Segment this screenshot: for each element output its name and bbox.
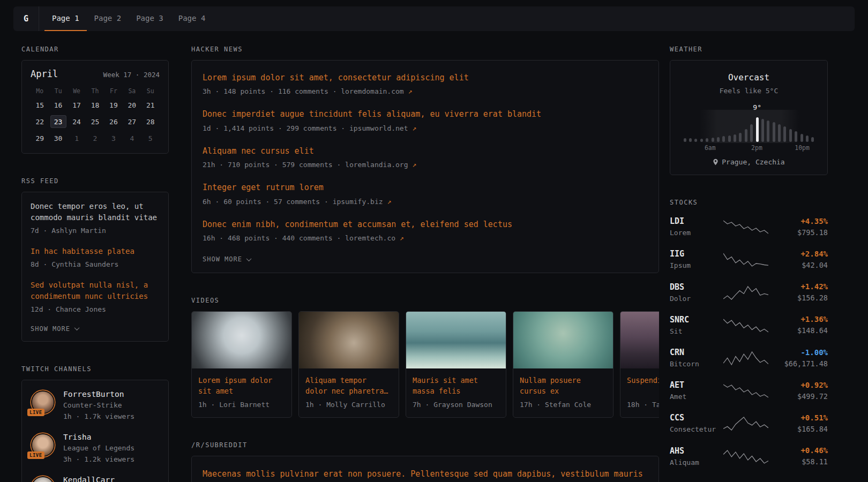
logo[interactable]: G xyxy=(13,6,39,31)
hn-domain-link[interactable]: ipsumify.biz ↗ xyxy=(333,198,392,206)
calendar-day: 20 xyxy=(124,99,140,111)
video-title[interactable]: Nullam posuere cursus ex xyxy=(520,375,607,397)
calendar-day-header: Tu xyxy=(55,87,62,95)
video-thumbnail[interactable] xyxy=(299,312,399,368)
hn-item[interactable]: Integer eget rutrum lorem 6h · 60 points… xyxy=(203,182,648,206)
calendar-day: 29 xyxy=(32,132,48,145)
calendar-day: 30 xyxy=(50,132,66,145)
twitch-section-title: TWITCH CHANNELS xyxy=(21,365,169,373)
stock-row: AET Amet +0.92% $499.72 xyxy=(670,380,828,402)
separator-dot: · xyxy=(136,71,140,79)
hn-domain: ipsumify.biz xyxy=(333,198,383,206)
video-card[interactable]: Mauris sit amet massa felis 7h · Grayson… xyxy=(406,311,506,418)
page-tab[interactable]: Page 4 xyxy=(171,6,213,31)
video-thumbnail[interactable] xyxy=(192,312,291,368)
stock-sparkline xyxy=(723,252,768,268)
stock-identity: LDI Lorem xyxy=(670,216,723,238)
rss-card: Donec tempor eros leo, ut commodo mauris… xyxy=(21,192,169,342)
rss-item-title[interactable]: Sed volutpat nulla nisl, a condimentum n… xyxy=(31,280,160,302)
stock-sparkline xyxy=(723,383,768,399)
hn-meta-text: 6h · 60 points · 57 comments · xyxy=(203,198,333,206)
twitch-channel[interactable]: LIVE KendallCarr xyxy=(31,476,160,482)
video-card[interactable]: Nullam posuere cursus ex 17h · Stefan Co… xyxy=(513,311,613,418)
hn-item-title[interactable]: Integer eget rutrum lorem xyxy=(203,182,648,193)
calendar-day-header: Su xyxy=(147,87,154,95)
stock-sparkline xyxy=(723,350,768,366)
video-title[interactable]: Aliquam tempor dolor nec pharetra… xyxy=(305,375,392,397)
rss-item-title[interactable]: Donec tempor eros leo, ut commodo mauris… xyxy=(31,201,160,223)
hn-domain-link[interactable]: loremtech.co ↗ xyxy=(345,234,404,242)
hn-item[interactable]: Donec enim nibh, condimentum et accumsan… xyxy=(203,219,648,243)
hn-domain-link[interactable]: loremdomain.com ↗ xyxy=(341,87,412,95)
rss-item[interactable]: Sed volutpat nulla nisl, a condimentum n… xyxy=(31,280,160,314)
hn-domain: ipsumworld.net xyxy=(349,124,408,132)
hn-item-title[interactable]: Donec imperdiet augue tincidunt felis al… xyxy=(203,109,648,119)
stock-ticker: CRN xyxy=(670,348,723,357)
hn-item-title[interactable]: Aliquam nec cursus elit xyxy=(203,146,648,156)
rss-item[interactable]: In hac habitasse platea 8d · Cynthia Sau… xyxy=(31,246,160,269)
stock-identity: CRN Bitcorn xyxy=(670,348,723,369)
video-title[interactable]: Suspendisse diam xyxy=(627,375,659,397)
video-thumbnail[interactable] xyxy=(406,312,506,368)
external-link-icon: ↗ xyxy=(400,234,404,242)
hn-item[interactable]: Aliquam nec cursus elit 21h · 710 points… xyxy=(203,146,648,170)
video-thumbnail[interactable] xyxy=(513,312,613,368)
hn-domain-link[interactable]: loremlandia.org ↗ xyxy=(345,161,416,169)
stock-change: -1.00% xyxy=(768,348,828,357)
avatar-wrap: LIVE xyxy=(31,390,55,415)
external-link-icon: ↗ xyxy=(387,198,391,206)
page-tab[interactable]: Page 1 xyxy=(44,6,87,31)
video-title[interactable]: Lorem ipsum dolor sit amet consectetu… xyxy=(198,375,285,397)
hn-item-meta: 21h · 710 points · 579 comments · loreml… xyxy=(203,160,648,170)
channel-name[interactable]: Trisha xyxy=(63,433,134,441)
weather-time-label: 6am xyxy=(705,144,716,152)
stock-values: +1.36% $148.64 xyxy=(768,315,828,336)
hn-show-more-button[interactable]: SHOW MORE xyxy=(203,255,251,263)
weather-card: Overcast Feels like 5°C 9° 6am 2pm 10pm … xyxy=(670,60,828,175)
calendar-day: 28 xyxy=(143,115,159,128)
stock-ticker: IIG xyxy=(670,249,723,259)
video-thumbnail[interactable] xyxy=(620,312,659,368)
calendar-week: Week 17 xyxy=(103,71,132,79)
page-tab[interactable]: Page 2 xyxy=(87,6,129,31)
video-meta: 1h · Lori Barnett xyxy=(198,400,285,410)
subreddit-post-title[interactable]: Maecenas mollis pulvinar erat non posuer… xyxy=(203,468,648,482)
stock-ticker: LDI xyxy=(670,216,723,226)
hn-item[interactable]: Donec imperdiet augue tincidunt felis al… xyxy=(203,109,648,133)
rss-item-title[interactable]: In hac habitasse platea xyxy=(31,246,160,257)
twitch-channel[interactable]: LIVE Trisha League of Legends 3h · 1.2k … xyxy=(31,433,160,464)
video-card[interactable]: Aliquam tempor dolor nec pharetra… 1h · … xyxy=(298,311,399,418)
channel-name[interactable]: KendallCarr xyxy=(63,476,115,482)
hn-item-title[interactable]: Donec enim nibh, condimentum et accumsan… xyxy=(203,219,648,230)
stock-sparkline xyxy=(723,219,768,235)
external-link-icon: ↗ xyxy=(408,87,413,95)
stock-values: +0.92% $499.72 xyxy=(768,381,828,402)
video-title[interactable]: Mauris sit amet massa felis xyxy=(413,375,499,397)
stock-row: IIG Ipsum +2.84% $42.04 xyxy=(670,249,828,270)
calendar-day: 18 xyxy=(87,99,103,111)
weather-widget: WEATHER Overcast Feels like 5°C 9° 6am 2… xyxy=(670,46,828,175)
avatar xyxy=(32,477,54,482)
rss-show-more-button[interactable]: SHOW MORE xyxy=(31,325,79,333)
stock-sparkline xyxy=(723,416,768,432)
calendar-section-title: CALENDAR xyxy=(21,46,169,53)
video-card[interactable]: Suspendisse diam 18h · Tara Sanford xyxy=(620,311,659,418)
calendar-day: 3 xyxy=(106,132,122,145)
hn-item[interactable]: Lorem ipsum dolor sit amet, consectetur … xyxy=(203,72,648,96)
weather-temp-label: 9° xyxy=(753,103,761,111)
twitch-channel[interactable]: LIVE ForrestBurton Counter-Strike 1h · 1… xyxy=(31,390,160,421)
channel-name[interactable]: ForrestBurton xyxy=(63,390,134,398)
stock-ticker: CCS xyxy=(670,413,723,423)
stock-change: +0.46% xyxy=(768,446,828,455)
channel-info: KendallCarr xyxy=(63,476,115,482)
calendar-day: 22 xyxy=(32,115,48,128)
channel-info: ForrestBurton Counter-Strike 1h · 1.7k v… xyxy=(63,390,134,421)
rss-item[interactable]: Donec tempor eros leo, ut commodo mauris… xyxy=(31,201,160,236)
subreddit-post[interactable]: Maecenas mollis pulvinar erat non posuer… xyxy=(203,468,648,482)
chevron-down-icon xyxy=(74,325,80,330)
video-card[interactable]: Lorem ipsum dolor sit amet consectetu… 1… xyxy=(191,311,292,418)
page-tab[interactable]: Page 3 xyxy=(129,6,171,31)
calendar-day: 23 xyxy=(50,115,66,128)
hn-domain-link[interactable]: ipsumworld.net ↗ xyxy=(349,124,416,132)
hn-item-title[interactable]: Lorem ipsum dolor sit amet, consectetur … xyxy=(203,72,648,83)
